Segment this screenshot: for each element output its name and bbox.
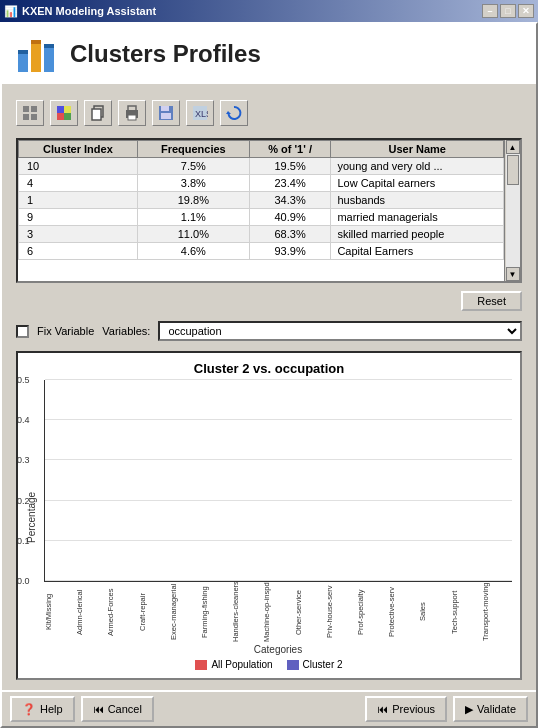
cell-name: young and very old ...	[331, 158, 504, 175]
y-gridline	[45, 540, 512, 541]
close-button[interactable]: ✕	[518, 4, 534, 18]
table-row[interactable]: 6 4.6% 93.9% Capital Earners	[19, 243, 504, 260]
cell-pct: 19.5%	[249, 158, 331, 175]
table-row[interactable]: 10 7.5% 19.5% young and very old ...	[19, 158, 504, 175]
cell-index: 10	[19, 158, 138, 175]
cell-index: 1	[19, 192, 138, 209]
chart-with-xaxis: 0.00.10.20.30.40.5 Klt/MissingAdmn-cleri…	[44, 380, 512, 655]
save-button[interactable]	[152, 100, 180, 126]
fix-variable-row: Fix Variable Variables: occupation	[16, 319, 522, 343]
table-row[interactable]: 9 1.1% 40.9% married managerials	[19, 209, 504, 226]
export-button[interactable]: XLS	[186, 100, 214, 126]
maximize-button[interactable]: □	[500, 4, 516, 18]
legend-item-population: All Population	[195, 659, 272, 670]
svg-rect-13	[64, 106, 71, 113]
toolbar: XLS	[16, 96, 522, 130]
minimize-button[interactable]: –	[482, 4, 498, 18]
cell-pct: 40.9%	[249, 209, 331, 226]
svg-rect-2	[44, 48, 54, 72]
svg-rect-0	[18, 54, 28, 72]
table-row[interactable]: 3 11.0% 68.3% skilled married people	[19, 226, 504, 243]
y-tick-label: 0.5	[17, 375, 30, 385]
cell-name: Capital Earners	[331, 243, 504, 260]
cell-pct: 23.4%	[249, 175, 331, 192]
title-bar: 📊 KXEN Modeling Assistant – □ ✕	[0, 0, 538, 22]
header: Clusters Profiles	[2, 24, 536, 86]
table-row[interactable]: 4 3.8% 23.4% Low Capital earners	[19, 175, 504, 192]
chart-legend: All Population Cluster 2	[26, 659, 512, 670]
svg-rect-10	[57, 113, 64, 120]
cell-freq: 1.1%	[137, 209, 249, 226]
page-title: Clusters Profiles	[70, 40, 261, 68]
app-icon: 📊	[4, 5, 18, 18]
col-header-freq: Frequencies	[137, 141, 249, 158]
cell-freq: 7.5%	[137, 158, 249, 175]
cell-name: Low Capital earners	[331, 175, 504, 192]
chart-title: Cluster 2 vs. occupation	[26, 361, 512, 376]
cluster-table: Cluster Index Frequencies % of '1' / Use…	[16, 138, 522, 283]
svg-rect-15	[92, 109, 101, 120]
svg-rect-6	[23, 106, 29, 112]
legend-item-cluster: Cluster 2	[287, 659, 343, 670]
scroll-up-button[interactable]: ▲	[506, 140, 520, 154]
cell-pct: 34.3%	[249, 192, 331, 209]
table-scrollbar[interactable]: ▲ ▼	[504, 140, 520, 281]
cancel-button[interactable]: ⏮ Cancel	[81, 696, 154, 722]
fix-variable-checkbox[interactable]	[16, 325, 29, 338]
color-button[interactable]	[50, 100, 78, 126]
cell-name: married managerials	[331, 209, 504, 226]
cell-index: 6	[19, 243, 138, 260]
svg-rect-17	[128, 106, 136, 111]
header-icon	[16, 34, 56, 74]
table-row[interactable]: 1 19.8% 34.3% husbands	[19, 192, 504, 209]
title-bar-left: 📊 KXEN Modeling Assistant	[4, 5, 156, 18]
print-button[interactable]	[118, 100, 146, 126]
chart-plot: 0.00.10.20.30.40.5	[44, 380, 512, 582]
previous-button[interactable]: ⏮ Previous	[365, 696, 447, 722]
x-axis-label: Protective-serv	[387, 582, 418, 642]
y-tick-label: 0.1	[17, 536, 30, 546]
y-tick-label: 0.3	[17, 455, 30, 465]
legend-label-cluster: Cluster 2	[303, 659, 343, 670]
cell-freq: 11.0%	[137, 226, 249, 243]
legend-box-cluster	[287, 660, 299, 670]
x-axis-label: Handlers-cleaners	[231, 582, 262, 642]
svg-rect-4	[31, 40, 41, 44]
y-gridline	[45, 580, 512, 581]
cell-index: 9	[19, 209, 138, 226]
svg-rect-11	[64, 113, 71, 120]
y-gridline	[45, 419, 512, 420]
help-button[interactable]: ❓ Help	[10, 696, 75, 722]
x-axis-label: Farming-fishing	[200, 582, 231, 642]
x-axis-label: Klt/Missing	[44, 582, 75, 642]
variable-select[interactable]: occupation	[158, 321, 522, 341]
svg-rect-20	[161, 106, 169, 111]
x-axis-label: Craft-repair	[138, 582, 169, 642]
refresh-button[interactable]	[220, 100, 248, 126]
scroll-down-button[interactable]: ▼	[506, 267, 520, 281]
x-axis-label: Admn-clerical	[75, 582, 106, 642]
title-bar-controls: – □ ✕	[482, 4, 534, 18]
cell-freq: 3.8%	[137, 175, 249, 192]
svg-text:XLS: XLS	[195, 109, 208, 119]
copy-button[interactable]	[84, 100, 112, 126]
x-axis-label: Machine-op-inspd	[262, 582, 293, 642]
variables-label: Variables:	[102, 325, 150, 337]
legend-label-population: All Population	[211, 659, 272, 670]
x-axis-title: Categories	[44, 644, 512, 655]
scroll-thumb[interactable]	[507, 155, 519, 185]
col-header-index: Cluster Index	[19, 141, 138, 158]
chart-container: Cluster 2 vs. occupation Percentage 0.00…	[16, 351, 522, 680]
cell-name: skilled married people	[331, 226, 504, 243]
title-bar-text: KXEN Modeling Assistant	[22, 5, 156, 17]
col-header-pct: % of '1' /	[249, 141, 331, 158]
grid-button[interactable]	[16, 100, 44, 126]
svg-rect-7	[31, 106, 37, 112]
svg-rect-3	[18, 50, 28, 54]
reset-button[interactable]: Reset	[461, 291, 522, 311]
x-axis-label: Tech-support	[450, 582, 481, 642]
scroll-track	[506, 154, 520, 267]
y-tick-label: 0.2	[17, 496, 30, 506]
y-gridline	[45, 459, 512, 460]
validate-button[interactable]: ▶ Validate	[453, 696, 528, 722]
